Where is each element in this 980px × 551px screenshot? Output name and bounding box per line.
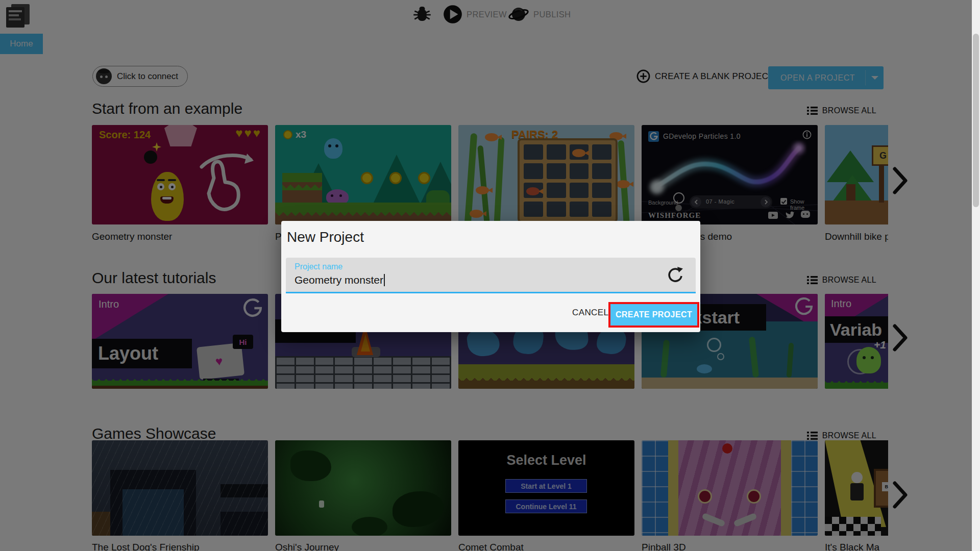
- project-name-value: Geometry monster: [295, 274, 385, 286]
- cancel-button[interactable]: CANCEL: [572, 308, 608, 318]
- new-project-dialog: New Project Project name Geometry monste…: [281, 221, 700, 332]
- annotation-highlight-box: CREATE PROJECT: [608, 302, 699, 328]
- dialog-title: New Project: [287, 229, 364, 245]
- create-project-button[interactable]: CREATE PROJECT: [610, 304, 697, 325]
- text-cursor: [384, 274, 385, 286]
- refresh-icon[interactable]: [666, 266, 683, 285]
- scrollbar-thumb[interactable]: [973, 34, 979, 207]
- scrollbar-track[interactable]: [972, 0, 980, 551]
- project-name-field[interactable]: Project name Geometry monster: [286, 258, 696, 293]
- project-name-label: Project name: [295, 262, 342, 271]
